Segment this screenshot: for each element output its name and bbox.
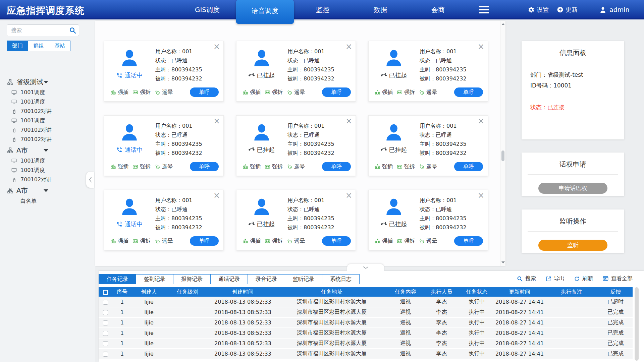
tree-item[interactable]: 700102对讲	[0, 125, 95, 135]
sidebar-collapse-handle[interactable]	[86, 172, 94, 188]
tree-item[interactable]: 700102对讲	[0, 175, 95, 184]
main-scrollbar[interactable]	[500, 21, 505, 266]
close-icon[interactable]: ×	[345, 42, 352, 52]
single-call-button[interactable]: 单呼	[454, 162, 483, 171]
feedback-cell[interactable]: 已完成	[598, 317, 633, 328]
caret-down-icon[interactable]	[44, 149, 48, 152]
export-button[interactable]: 导出	[545, 275, 565, 282]
single-call-button[interactable]: 单呼	[190, 236, 219, 246]
close-icon[interactable]: ×	[213, 116, 220, 126]
force-break-button[interactable]: 强拆	[265, 89, 283, 96]
remote-stun-button[interactable]: 遥晕	[155, 163, 173, 170]
settings-button[interactable]: 设置	[528, 6, 549, 14]
row-checkbox[interactable]	[103, 310, 108, 315]
record-tab[interactable]: 录音记录	[248, 274, 285, 284]
force-break-button[interactable]: 强拆	[397, 238, 415, 245]
record-tab[interactable]: 报警记录	[173, 274, 211, 284]
force-break-button[interactable]: 强拆	[397, 163, 415, 170]
hamburger-icon[interactable]	[479, 6, 489, 13]
apply-talk-button[interactable]: 申请话语权	[538, 183, 607, 194]
record-tab[interactable]: 系统日志	[322, 274, 360, 284]
close-icon[interactable]: ×	[213, 191, 220, 200]
search-icon[interactable]	[69, 26, 76, 34]
caret-down-icon[interactable]	[44, 189, 48, 192]
select-all-checkbox[interactable]	[99, 287, 112, 297]
close-icon[interactable]: ×	[345, 191, 352, 200]
single-call-button[interactable]: 单呼	[454, 236, 483, 246]
single-call-button[interactable]: 单呼	[322, 162, 351, 171]
record-tab[interactable]: 通话记录	[210, 274, 248, 284]
tree-item[interactable]: 1001调度	[0, 116, 95, 125]
row-checkbox[interactable]	[103, 331, 108, 336]
remote-stun-button[interactable]: 遥晕	[419, 238, 437, 245]
remote-stun-button[interactable]: 遥晕	[287, 163, 305, 170]
force-break-button[interactable]: 强拆	[132, 89, 151, 96]
remote-stun-button[interactable]: 遥晕	[419, 163, 437, 170]
force-break-button[interactable]: 强拆	[132, 238, 151, 245]
monitor-button[interactable]: 监听	[538, 240, 607, 251]
sidebar-tab[interactable]: 基站	[49, 41, 70, 51]
close-icon[interactable]: ×	[213, 42, 220, 52]
tree-group[interactable]: A市	[0, 144, 95, 156]
feedback-cell[interactable]: 已完成	[598, 349, 633, 359]
nav-item[interactable]: 会商	[409, 0, 467, 19]
view-all-button[interactable]: 查看全部	[602, 275, 633, 282]
remote-stun-button[interactable]: 遥晕	[155, 238, 173, 245]
bottom-collapse-handle[interactable]	[347, 264, 384, 271]
record-tab[interactable]: 签到记录	[136, 274, 173, 284]
tree-group[interactable]: 省级测试	[0, 76, 95, 88]
nav-item[interactable]: 数据	[352, 0, 409, 19]
scroll-down-button[interactable]	[500, 260, 505, 265]
table-scrollbar[interactable]	[635, 287, 639, 361]
nav-item[interactable]: 语音调度	[236, 0, 294, 24]
single-call-button[interactable]: 单呼	[454, 87, 483, 97]
feedback-cell[interactable]: 已超时	[598, 297, 633, 307]
remote-stun-button[interactable]: 遥晕	[155, 89, 173, 96]
tree-group[interactable]: A市	[0, 184, 95, 196]
search-button[interactable]: 搜索	[517, 275, 536, 282]
record-tab[interactable]: 监听记录	[285, 274, 322, 284]
close-icon[interactable]: ×	[478, 116, 484, 126]
caret-down-icon[interactable]	[44, 81, 48, 83]
force-break-button[interactable]: 强拆	[265, 238, 283, 245]
checkbox-icon[interactable]	[103, 290, 108, 295]
update-button[interactable]: 更新	[557, 6, 578, 14]
force-insert-button[interactable]: 强插	[243, 89, 261, 96]
feedback-cell[interactable]: 已完成	[598, 307, 633, 317]
record-tab[interactable]: 任务记录	[99, 274, 136, 284]
remote-stun-button[interactable]: 遥晕	[419, 89, 437, 96]
force-insert-button[interactable]: 强插	[375, 89, 393, 96]
close-icon[interactable]: ×	[478, 191, 484, 200]
tree-item[interactable]: 1001调度	[0, 166, 95, 175]
sidebar-tab[interactable]: 部门	[7, 41, 28, 51]
tree-item[interactable]: 白名单	[0, 196, 95, 206]
force-insert-button[interactable]: 强插	[110, 163, 128, 170]
tree-item[interactable]: 700102对讲	[0, 135, 95, 144]
remote-stun-button[interactable]: 遥晕	[287, 238, 305, 245]
feedback-cell[interactable]: 已完成	[598, 328, 633, 338]
single-call-button[interactable]: 单呼	[322, 87, 351, 97]
force-insert-button[interactable]: 强插	[110, 89, 128, 96]
row-checkbox[interactable]	[103, 320, 108, 325]
single-call-button[interactable]: 单呼	[322, 236, 351, 246]
tree-item[interactable]: 1001调度	[0, 88, 95, 97]
scroll-thumb[interactable]	[501, 150, 504, 161]
nav-item[interactable]: 监控	[294, 0, 352, 19]
single-call-button[interactable]: 单呼	[190, 87, 219, 97]
force-insert-button[interactable]: 强插	[243, 238, 261, 245]
tree-item[interactable]: 700102对讲	[0, 107, 95, 116]
force-insert-button[interactable]: 强插	[375, 163, 393, 170]
feedback-cell[interactable]: 已完成	[598, 338, 633, 349]
tree-item[interactable]: 1001调度	[0, 156, 95, 166]
close-icon[interactable]: ×	[345, 116, 352, 126]
row-checkbox[interactable]	[103, 341, 108, 346]
nav-item[interactable]: GIS调度	[178, 0, 236, 19]
force-insert-button[interactable]: 强插	[110, 238, 128, 245]
refresh-button[interactable]: 刷新	[574, 275, 593, 282]
force-break-button[interactable]: 强拆	[397, 89, 415, 96]
scroll-up-button[interactable]	[500, 21, 505, 27]
remote-stun-button[interactable]: 遥晕	[287, 89, 305, 96]
user-menu[interactable]: admin	[599, 0, 630, 19]
force-break-button[interactable]: 强拆	[265, 163, 283, 170]
tree-item[interactable]: 1001调度	[0, 97, 95, 107]
